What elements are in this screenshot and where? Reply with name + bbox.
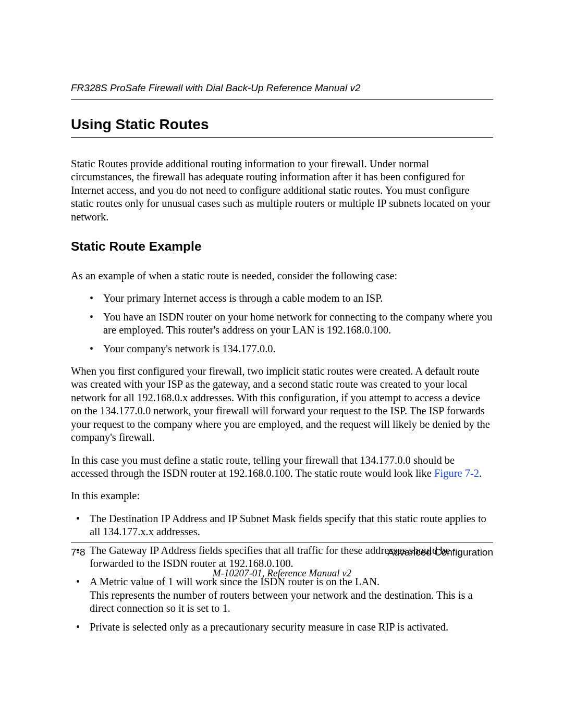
- list-item: A Metric value of 1 will work since the …: [71, 575, 493, 615]
- text-run: .: [479, 467, 482, 479]
- subsection-heading: Static Route Example: [71, 239, 493, 254]
- lead-paragraph: As an example of when a static route is …: [71, 269, 493, 282]
- list-item: Your company's network is 134.177.0.0.: [71, 342, 493, 355]
- bullet-list-case: Your primary Internet access is through …: [71, 292, 493, 355]
- body-paragraph-with-link: In this case you must define a static ro…: [71, 454, 493, 480]
- chapter-title: Advanced Configuration: [387, 547, 493, 558]
- running-header: FR328S ProSafe Firewall with Dial Back-U…: [71, 82, 493, 100]
- intro-paragraph: Static Routes provide additional routing…: [71, 157, 493, 224]
- list-item: Your primary Internet access is through …: [71, 292, 493, 305]
- page-footer: 7-8 Advanced Configuration M-10207-01, R…: [71, 542, 493, 579]
- text-run: In this case you must define a static ro…: [71, 454, 455, 479]
- list-item: Private is selected only as a precaution…: [71, 621, 493, 634]
- page-content: FR328S ProSafe Firewall with Dial Back-U…: [0, 0, 563, 634]
- section-heading: Using Static Routes: [71, 116, 493, 138]
- page-number: 7-8: [71, 547, 85, 558]
- list-item: The Destination IP Address and IP Subnet…: [71, 512, 493, 539]
- body-paragraph: When you first configured your firewall,…: [71, 365, 493, 444]
- document-id: M-10207-01, Reference Manual v2: [71, 567, 493, 579]
- figure-reference-link[interactable]: Figure 7-2: [434, 467, 479, 479]
- list-item: You have an ISDN router on your home net…: [71, 311, 493, 337]
- body-paragraph: In this example:: [71, 489, 493, 502]
